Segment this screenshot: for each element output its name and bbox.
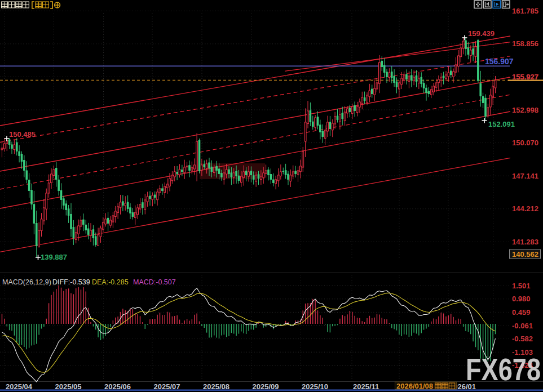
svg-text:DEA:-0.285: DEA:-0.285 <box>92 278 129 286</box>
svg-text:150.485: 150.485 <box>9 130 36 139</box>
svg-text:DIFF:-0.539: DIFF:-0.539 <box>52 278 90 286</box>
svg-text:MACD:-0.507: MACD:-0.507 <box>133 278 176 286</box>
svg-text:152.091: 152.091 <box>488 120 515 128</box>
svg-text:2025/10: 2025/10 <box>302 382 328 391</box>
svg-text:2025/05: 2025/05 <box>55 382 82 391</box>
svg-text:140.562: 140.562 <box>512 250 538 259</box>
svg-text:158.856: 158.856 <box>512 39 538 48</box>
svg-text:141.283: 141.283 <box>512 238 538 246</box>
svg-text:FX678: FX678 <box>466 351 541 387</box>
svg-text:139.887: 139.887 <box>41 253 67 261</box>
svg-text:150.070: 150.070 <box>512 139 538 147</box>
svg-text:159.439: 159.439 <box>468 29 495 38</box>
svg-text:MACD(26,12,9): MACD(26,12,9) <box>2 278 51 286</box>
svg-text:155.927: 155.927 <box>512 73 538 81</box>
svg-text:161.785: 161.785 <box>512 7 538 15</box>
svg-text:0.459: 0.459 <box>512 308 531 317</box>
svg-text:152.998: 152.998 <box>512 106 538 114</box>
svg-text:2025/06: 2025/06 <box>104 382 131 391</box>
svg-text:2025/09: 2025/09 <box>253 382 279 391</box>
svg-text:-0.582: -0.582 <box>512 335 533 343</box>
svg-text:144.212: 144.212 <box>512 204 538 213</box>
svg-text:1.501: 1.501 <box>512 282 531 290</box>
svg-text:0.980: 0.980 <box>512 295 531 303</box>
svg-text:2025/08: 2025/08 <box>203 382 229 391</box>
svg-text:2026/01/08: 2026/01/08 <box>396 382 433 390</box>
svg-text:2025/04: 2025/04 <box>6 382 33 391</box>
svg-text:156.907: 156.907 <box>485 57 514 66</box>
svg-text:2025/07: 2025/07 <box>154 382 180 391</box>
svg-text:-0.061: -0.061 <box>512 322 533 330</box>
svg-text:147.141: 147.141 <box>512 172 538 180</box>
svg-text:2025/11: 2025/11 <box>353 382 379 391</box>
